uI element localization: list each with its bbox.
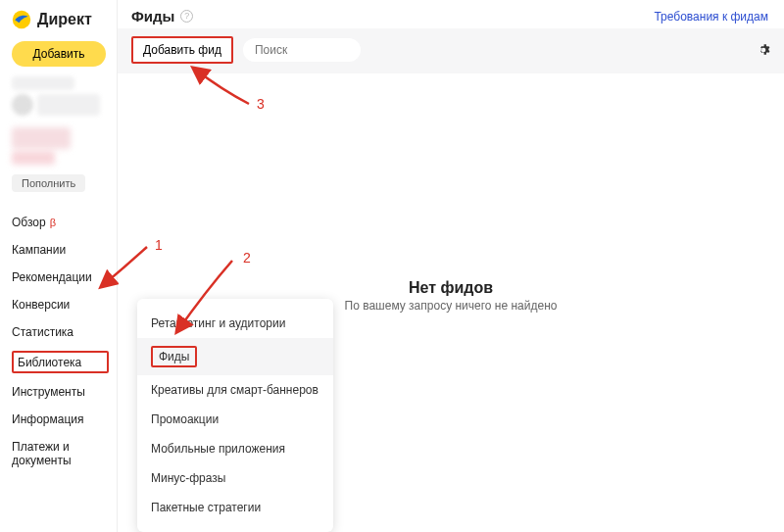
redacted-block [12, 94, 109, 120]
sidebar-item-tools[interactable]: Инструменты [12, 383, 109, 401]
sidebar-item-overview[interactable]: Обзор [12, 214, 109, 231]
submenu-item-retargeting[interactable]: Ретаргетинг и аудитории [137, 309, 333, 338]
submenu-item-creatives[interactable]: Креативы для смарт-баннеров [137, 375, 333, 405]
page-header: Фиды ? Требования к фидам [118, 0, 784, 28]
sidebar-item-statistics[interactable]: Статистика [12, 323, 109, 341]
highlight-add-feed: Добавить фид [131, 36, 233, 64]
toolbar: Добавить фид [118, 28, 784, 73]
submenu-item-minus-phrases[interactable]: Минус-фразы [137, 463, 333, 493]
help-icon[interactable]: ? [180, 10, 193, 23]
submenu-item-promo[interactable]: Промоакции [137, 405, 333, 434]
add-feed-button[interactable]: Добавить фид [133, 38, 231, 62]
submenu-item-feeds[interactable]: Фиды [137, 338, 333, 375]
add-button[interactable]: Добавить [12, 41, 106, 67]
submenu-item-mobile-apps[interactable]: Мобильные приложения [137, 434, 333, 463]
sidebar-nav: Обзор Кампании Рекомендации Конверсии Ст… [12, 214, 109, 469]
empty-state: Нет фидов По вашему запросу ничего не на… [345, 279, 558, 313]
sidebar-item-library[interactable]: Библиотека [18, 354, 81, 371]
app-name: Директ [37, 11, 92, 28]
sidebar-item-payments[interactable]: Платежи и документы [12, 438, 109, 469]
sidebar-item-campaigns[interactable]: Кампании [12, 241, 109, 259]
empty-subtitle: По вашему запросу ничего не найдено [345, 299, 558, 313]
library-submenu: Ретаргетинг и аудитории Фиды Креативы дл… [137, 299, 333, 532]
gear-icon[interactable] [757, 43, 770, 57]
sidebar: Директ Добавить Пополнить Обзор Кампании… [0, 0, 118, 532]
sidebar-item-info[interactable]: Информация [12, 411, 109, 428]
redacted-block [12, 151, 55, 165]
topup-button[interactable]: Пополнить [12, 174, 85, 192]
search-input[interactable] [243, 38, 361, 62]
submenu-item-batch-strategies[interactable]: Пакетные стратегии [137, 493, 333, 522]
redacted-block [12, 76, 74, 90]
direct-logo-icon [12, 10, 31, 29]
sidebar-item-conversions[interactable]: Конверсии [12, 296, 109, 314]
logo: Директ [12, 10, 109, 29]
page-title: Фиды [131, 8, 174, 24]
redacted-block [12, 127, 71, 149]
requirements-link[interactable]: Требования к фидам [654, 10, 768, 24]
empty-title: Нет фидов [345, 279, 558, 297]
sidebar-item-recommendations[interactable]: Рекомендации [12, 268, 109, 286]
